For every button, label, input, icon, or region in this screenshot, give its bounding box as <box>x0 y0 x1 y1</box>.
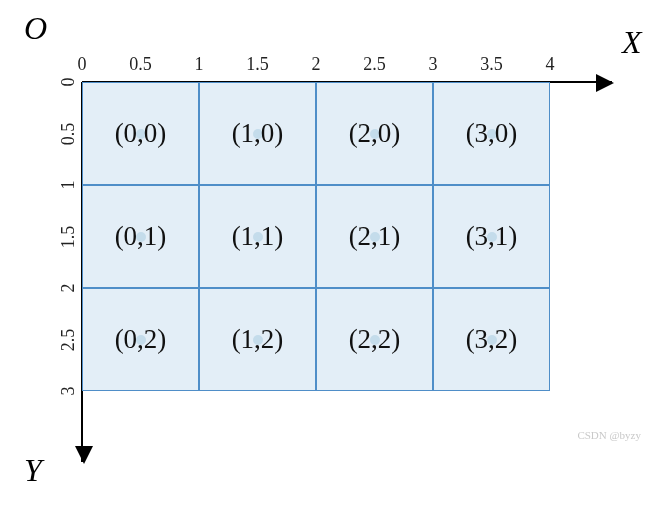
x-axis-label: X <box>622 24 642 61</box>
x-tick: 2 <box>312 54 321 75</box>
x-tick: 0.5 <box>129 54 152 75</box>
watermark: CSDN @byzy <box>577 429 641 441</box>
grid-cell: (0,0) <box>82 82 199 185</box>
cell-coord-label: (2,0) <box>349 118 401 149</box>
grid-row: (0,2)(1,2)(2,2)(3,2) <box>82 288 550 391</box>
grid-row: (0,0)(1,0)(2,0)(3,0) <box>82 82 550 185</box>
cell-coord-label: (1,2) <box>232 324 284 355</box>
grid-cell: (3,2) <box>433 288 550 391</box>
grid-cell: (0,1) <box>82 185 199 288</box>
cell-coord-label: (2,2) <box>349 324 401 355</box>
x-tick: 3 <box>429 54 438 75</box>
grid-cell: (2,0) <box>316 82 433 185</box>
y-tick: 0 <box>58 78 79 87</box>
y-tick: 2 <box>58 284 79 293</box>
x-tick: 1.5 <box>246 54 269 75</box>
cell-coord-label: (0,0) <box>115 118 167 149</box>
cell-coord-label: (3,1) <box>466 221 518 252</box>
cell-coord-label: (3,2) <box>466 324 518 355</box>
grid-cell: (1,2) <box>199 288 316 391</box>
y-tick: 2.5 <box>58 328 79 351</box>
x-tick: 3.5 <box>480 54 503 75</box>
x-tick: 4 <box>546 54 555 75</box>
y-axis-label: Y <box>24 452 42 489</box>
y-tick: 1.5 <box>58 225 79 248</box>
cell-coord-label: (3,0) <box>466 118 518 149</box>
cell-coord-label: (0,1) <box>115 221 167 252</box>
grid-cell: (1,0) <box>199 82 316 185</box>
grid-cell: (2,1) <box>316 185 433 288</box>
grid-cell: (0,2) <box>82 288 199 391</box>
coordinate-diagram: O X Y 00.511.522.533.54 00.511.522.53 (0… <box>0 0 671 519</box>
y-tick: 1 <box>58 181 79 190</box>
cell-coord-label: (0,2) <box>115 324 167 355</box>
grid-cell: (1,1) <box>199 185 316 288</box>
y-tick: 0.5 <box>58 122 79 145</box>
origin-label: O <box>24 10 47 47</box>
cell-coord-label: (1,0) <box>232 118 284 149</box>
cell-coord-label: (2,1) <box>349 221 401 252</box>
grid-cell: (3,1) <box>433 185 550 288</box>
x-tick: 0 <box>78 54 87 75</box>
grid-row: (0,1)(1,1)(2,1)(3,1) <box>82 185 550 288</box>
cell-coord-label: (1,1) <box>232 221 284 252</box>
grid-cell: (3,0) <box>433 82 550 185</box>
grid-cell: (2,2) <box>316 288 433 391</box>
x-tick: 2.5 <box>363 54 386 75</box>
grid: (0,0)(1,0)(2,0)(3,0)(0,1)(1,1)(2,1)(3,1)… <box>82 82 550 391</box>
y-tick: 3 <box>58 387 79 396</box>
x-tick: 1 <box>195 54 204 75</box>
